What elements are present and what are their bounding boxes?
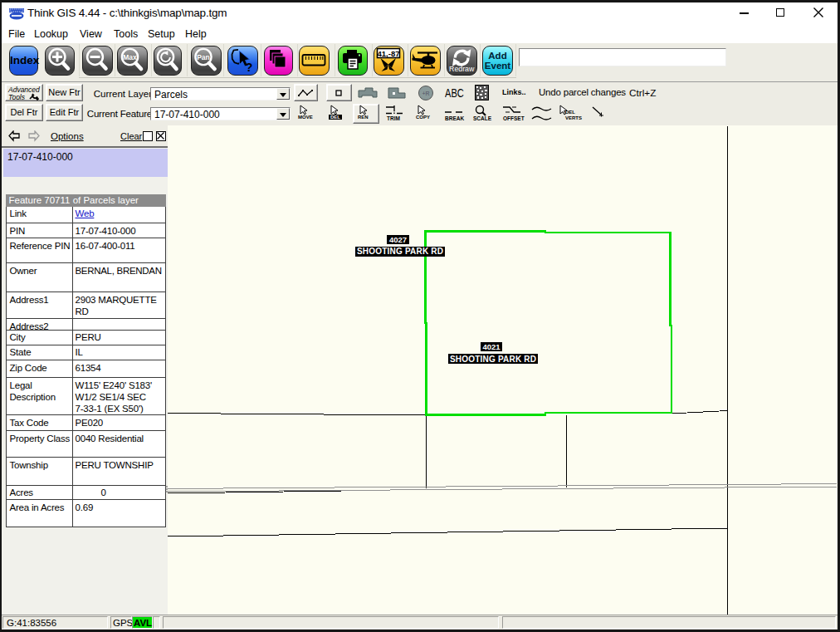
svg-text:Pan: Pan [197, 53, 210, 61]
svg-text:+R: +R [422, 91, 429, 96]
svg-text:Max: Max [123, 53, 137, 61]
svg-text:?: ? [245, 61, 252, 74]
svg-text:41,-87: 41,-87 [378, 49, 400, 58]
svg-text:Redraw: Redraw [449, 65, 475, 73]
